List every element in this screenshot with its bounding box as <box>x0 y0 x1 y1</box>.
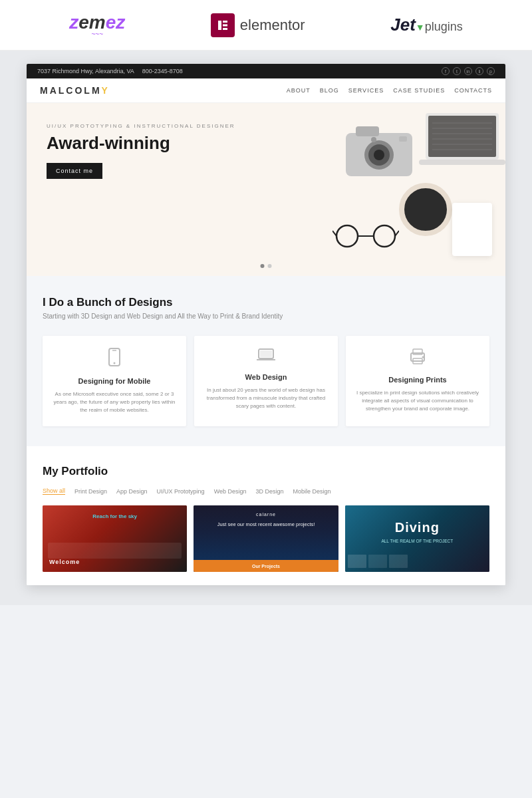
preview-wrapper: 7037 Richmond Hwy, Alexandria, VA 800-23… <box>0 51 532 605</box>
brand-bar: zemez ~~~ elementor Jet▼plugins <box>0 0 532 51</box>
top-bar: 7037 Richmond Hwy, Alexandria, VA 800-23… <box>27 64 505 78</box>
nav-contacts[interactable]: CONTACTS <box>454 87 492 94</box>
portfolio-item-3-subtitle: ALL THE REALM OF THE PROJECT <box>345 539 489 543</box>
jet-logo-container: Jet▼plugins <box>390 15 462 35</box>
hero-title: Award-winning <box>47 133 485 154</box>
service-prints-text: I specialize in print design solutions w… <box>355 389 480 413</box>
carousel-dot-2[interactable] <box>268 264 272 268</box>
services-heading: I Do a Bunch of Designs <box>43 296 489 309</box>
portfolio-filters: Show all Print Design App Design UI/UX P… <box>43 487 489 495</box>
instagram-icon[interactable]: in <box>464 67 472 75</box>
coffee-image <box>399 183 452 236</box>
service-card-prints: Designing Prints I specialize in print d… <box>346 336 489 426</box>
filter-web-design[interactable]: Web Design <box>214 488 247 495</box>
service-prints-title: Designing Prints <box>355 376 480 384</box>
elementor-logo-container: elementor <box>211 13 305 37</box>
zemes-logo-container: zemez ~~~ <box>69 12 125 38</box>
elementor-text: elementor <box>240 17 305 34</box>
nav-links: ABOUT BLOG SERVICES CASE STUDIES CONTACT… <box>287 87 492 94</box>
portfolio-heading: My Portfolio <box>43 465 489 478</box>
svg-line-24 <box>395 231 399 236</box>
portfolio-item-2-label: Our Projects <box>252 564 280 569</box>
filter-print-design[interactable]: Print Design <box>74 488 107 495</box>
service-web-title: Web Design <box>203 373 329 381</box>
carousel-dot-1[interactable] <box>261 264 265 268</box>
top-bar-left: 7037 Richmond Hwy, Alexandria, VA 800-23… <box>37 68 183 74</box>
printer-icon <box>355 348 480 369</box>
services-cards: Designing for Mobile As one Microsoft ex… <box>43 336 489 426</box>
website-frame: 7037 Richmond Hwy, Alexandria, VA 800-23… <box>27 64 505 585</box>
linkedin-icon[interactable]: li <box>475 67 483 75</box>
filter-app-design[interactable]: App Design <box>116 488 148 495</box>
mobile-icon <box>52 348 177 370</box>
social-icons: f t in li p <box>442 67 495 75</box>
service-card-web: Web Design In just about 20 years the wo… <box>194 336 338 426</box>
site-logo[interactable]: MALCOLMY <box>40 85 110 96</box>
service-web-text: In just about 20 years the world of web … <box>203 386 329 410</box>
phone: 800-2345-8708 <box>142 68 183 74</box>
navbar: MALCOLMY ABOUT BLOG SERVICES CASE STUDIE… <box>27 78 505 103</box>
portfolio-item-1-title: Reach for the sky <box>92 513 137 519</box>
portfolio-item-1-label: Welcome <box>49 559 80 565</box>
service-mobile-text: As one Microsoft executive once said, so… <box>52 390 177 414</box>
filter-show-all[interactable]: Show all <box>43 487 65 495</box>
portfolio-item-2-title-top: calarne <box>194 512 338 517</box>
address: 7037 Richmond Hwy, Alexandria, VA <box>37 68 134 74</box>
portfolio-item-1[interactable]: Reach for the sky Welcome <box>43 505 187 572</box>
card-image <box>452 203 492 256</box>
portfolio-item-2[interactable]: calarne Just see our most recent awesome… <box>194 505 338 572</box>
svg-rect-29 <box>260 350 272 357</box>
nav-blog[interactable]: BLOG <box>320 87 339 94</box>
svg-rect-2 <box>223 24 227 26</box>
portfolio-section: My Portfolio Show all Print Design App D… <box>27 446 505 585</box>
portfolio-grid: Reach for the sky Welcome calarne Just s… <box>43 505 489 572</box>
hero-subtitle: UI/UX PROTOTYPING & INSTRUCTIONAL DESIGN… <box>47 123 485 129</box>
portfolio-item-3-diving-text: Diving <box>345 520 489 535</box>
svg-point-20 <box>336 225 358 247</box>
portfolio-item-3[interactable]: Diving ALL THE REALM OF THE PROJECT <box>345 505 489 572</box>
svg-rect-0 <box>218 21 221 30</box>
laptop-icon <box>203 348 329 366</box>
hero-section: UI/UX PROTOTYPING & INSTRUCTIONAL DESIGN… <box>27 103 505 276</box>
nav-services[interactable]: SERVICES <box>348 87 384 94</box>
contact-me-button[interactable]: Contact me <box>47 163 102 179</box>
svg-point-35 <box>422 356 424 358</box>
svg-rect-31 <box>263 358 269 360</box>
svg-point-21 <box>374 225 395 247</box>
jet-logo: Jet▼plugins <box>390 15 462 35</box>
nav-case-studies[interactable]: CASE STUDIES <box>393 87 445 94</box>
nav-about[interactable]: ABOUT <box>287 87 311 94</box>
pinterest-icon[interactable]: p <box>487 67 495 75</box>
filter-mobile-design[interactable]: Mobile Design <box>293 488 331 495</box>
svg-line-23 <box>332 231 336 236</box>
svg-rect-3 <box>223 28 227 30</box>
twitter-icon[interactable]: t <box>453 67 461 75</box>
filter-3d-design[interactable]: 3D Design <box>255 488 283 495</box>
hero-content: UI/UX PROTOTYPING & INSTRUCTIONAL DESIGN… <box>47 123 485 179</box>
service-card-mobile: Designing for Mobile As one Microsoft ex… <box>43 336 186 426</box>
glasses-image <box>332 223 399 249</box>
elementor-icon <box>211 13 235 37</box>
service-mobile-title: Designing for Mobile <box>52 377 177 385</box>
filter-ui-ux[interactable]: UI/UX Prototyping <box>157 488 205 495</box>
svg-rect-1 <box>223 21 227 23</box>
hero-carousel-dots <box>261 264 272 268</box>
svg-point-26 <box>114 362 116 364</box>
facebook-icon[interactable]: f <box>442 67 450 75</box>
portfolio-item-2-text: Just see our most recent awesome project… <box>199 521 332 529</box>
services-subheading: Starting with 3D Design and Web Design a… <box>43 313 489 320</box>
services-section: I Do a Bunch of Designs Starting with 3D… <box>27 276 505 446</box>
